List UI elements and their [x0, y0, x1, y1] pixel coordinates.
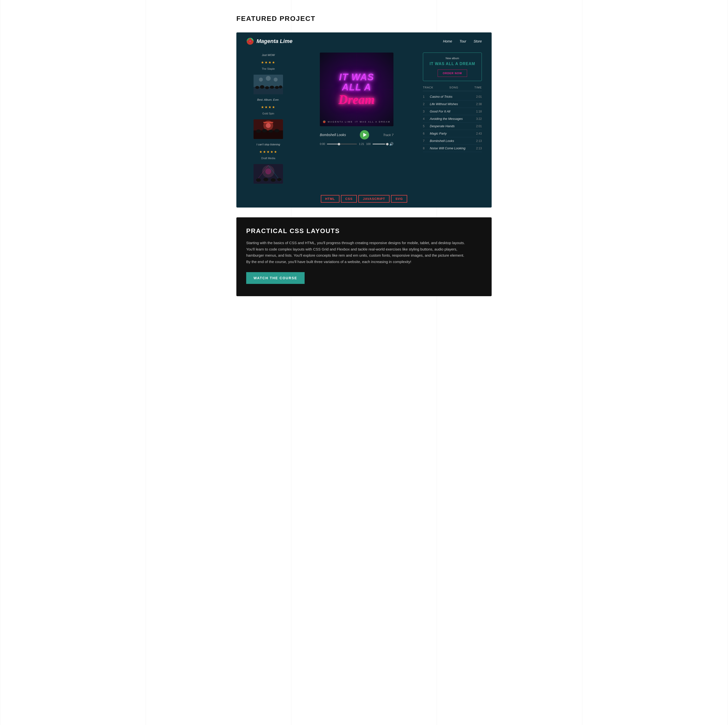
track-row[interactable]: 1 Casino of Tricks 2:01	[423, 93, 482, 100]
reviews-column: Just WOW ★★★★ The Staple	[246, 52, 291, 184]
svg-point-1	[249, 40, 251, 42]
svg-point-17	[256, 129, 261, 133]
svg-point-28	[263, 178, 268, 181]
track-row[interactable]: 5 Desperate Hands 2:01	[423, 123, 482, 130]
track-song: Casino of Tricks	[428, 95, 476, 98]
volume-label: 100	[366, 143, 371, 146]
album-footer: Magenta Lime IT WAS ALL A DREAM	[323, 120, 390, 123]
play-button[interactable]	[360, 130, 369, 139]
nav-tour[interactable]: Tour	[459, 39, 466, 43]
order-now-button[interactable]: ORDER NOW	[437, 69, 467, 77]
track-num: 8	[423, 147, 428, 150]
svg-point-10	[259, 78, 263, 81]
review-image-2	[254, 120, 283, 139]
track-time: 3:22	[476, 117, 482, 121]
track-song: Desperate Hands	[428, 124, 476, 128]
album-line1: IT WAS	[338, 72, 375, 83]
tracklist: 1 Casino of Tricks 2:01 2 Life Without W…	[423, 93, 482, 152]
tech-tabs: HTML CSS JAVASCRIPT SVG	[236, 191, 492, 207]
tracklist-header: Track Song Time	[423, 86, 482, 91]
track-song: Noise Will Come Looking	[428, 146, 476, 150]
track-song: Bombshell Looks	[428, 139, 476, 143]
review-image-3	[254, 164, 283, 184]
svg-point-9	[279, 86, 282, 89]
track-time: 1:18	[476, 110, 482, 113]
volume-dot	[386, 143, 388, 146]
svg-point-24	[265, 169, 271, 175]
track-row[interactable]: 4 Avoiding the Messages 3:22	[423, 115, 482, 123]
track-time: 2:01	[476, 95, 482, 98]
section-title: FEATURED PROJECT	[236, 15, 492, 23]
review-quote-3: I can't stop listening	[246, 142, 291, 147]
track-row[interactable]: 8 Noise Will Come Looking 2:13	[423, 145, 482, 152]
new-album-label: New album	[427, 57, 478, 60]
player-column: IT WAS ALL A Dream Magenta Lime IT WA	[291, 52, 423, 184]
logo-icon	[246, 37, 254, 45]
svg-point-4	[255, 86, 259, 89]
album-subtitle: IT WAS ALL A DREAM	[355, 121, 390, 123]
nav-store[interactable]: Store	[474, 39, 482, 43]
nav-home[interactable]: Home	[443, 39, 452, 43]
svg-point-20	[274, 129, 279, 132]
svg-point-27	[256, 178, 261, 182]
track-num: 7	[423, 139, 428, 143]
watch-course-button[interactable]: WATCH THE COURSE	[246, 272, 304, 284]
svg-point-7	[270, 86, 274, 89]
svg-point-6	[265, 86, 269, 89]
volume-icon[interactable]: 🔊	[389, 142, 393, 146]
review-quote-1: Just WOW	[246, 52, 291, 57]
col-time: Time	[474, 86, 482, 89]
album-logo-icon	[323, 120, 326, 123]
track-time: 2:01	[476, 124, 482, 128]
col-track: Track	[423, 86, 433, 89]
progress-bar[interactable]	[327, 144, 357, 144]
tab-html[interactable]: HTML	[321, 195, 340, 202]
svg-point-12	[274, 78, 278, 81]
track-row[interactable]: 6 Magic Party 2:43	[423, 130, 482, 137]
col-song: Song	[450, 86, 458, 89]
track-time: 2:43	[476, 132, 482, 135]
review-stars-3: ★★★★★	[246, 150, 291, 154]
time-current: 0:00	[320, 143, 325, 146]
review-source-2: Gold Spin	[246, 112, 291, 115]
review-quote-2: Best. Album. Ever.	[246, 97, 291, 102]
review-stars-2: ★★★★	[246, 105, 291, 109]
logo-text: Magenta Lime	[257, 38, 292, 44]
track-num: 5	[423, 124, 428, 128]
progress-dot	[338, 143, 340, 146]
progress-fill	[327, 144, 339, 144]
track-num: 4	[423, 117, 428, 121]
app-logo: Magenta Lime	[246, 37, 292, 45]
album-line3: Dream	[338, 93, 375, 107]
tab-javascript[interactable]: JAVASCRIPT	[358, 195, 389, 202]
album-line2: ALL A	[338, 82, 375, 93]
concert-svg-3	[254, 164, 283, 184]
app-navbar: Magenta Lime Home Tour Store	[236, 32, 492, 50]
svg-point-5	[260, 85, 265, 89]
track-name: Bombshell Looks	[320, 133, 346, 137]
tab-css[interactable]: CSS	[341, 195, 357, 202]
volume-bar[interactable]	[373, 144, 387, 144]
volume-fill	[373, 144, 385, 144]
nav-links: Home Tour Store	[443, 39, 482, 43]
track-row[interactable]: 2 Life Without Wishes 2:38	[423, 100, 482, 108]
featured-project-container: Magenta Lime Home Tour Store Just WOW ★★…	[236, 32, 492, 207]
album-art: IT WAS ALL A Dream Magenta Lime IT WA	[320, 52, 393, 126]
svg-point-16	[266, 123, 271, 128]
track-song: Magic Party	[428, 132, 476, 135]
track-song: Avoiding the Messages	[428, 117, 476, 121]
time-end: 1:21	[359, 143, 364, 146]
album-neon-text: IT WAS ALL A Dream	[338, 72, 375, 107]
tab-svg[interactable]: SVG	[391, 195, 407, 202]
svg-point-30	[277, 178, 281, 181]
track-num: 3	[423, 110, 428, 113]
concert-svg-2	[254, 120, 283, 139]
player-controls: Bombshell Looks Track 7 0:00	[320, 130, 393, 146]
review-stars-1: ★★★★	[246, 60, 291, 64]
review-image-1	[254, 75, 283, 94]
track-row[interactable]: 7 Bombshell Looks 2:13	[423, 137, 482, 145]
new-album-title: IT WAS ALL A DREAM	[427, 62, 478, 66]
track-number: Track 7	[383, 133, 393, 137]
music-app: Magenta Lime Home Tour Store Just WOW ★★…	[236, 32, 492, 207]
track-row[interactable]: 3 Good For It All 1:18	[423, 108, 482, 115]
